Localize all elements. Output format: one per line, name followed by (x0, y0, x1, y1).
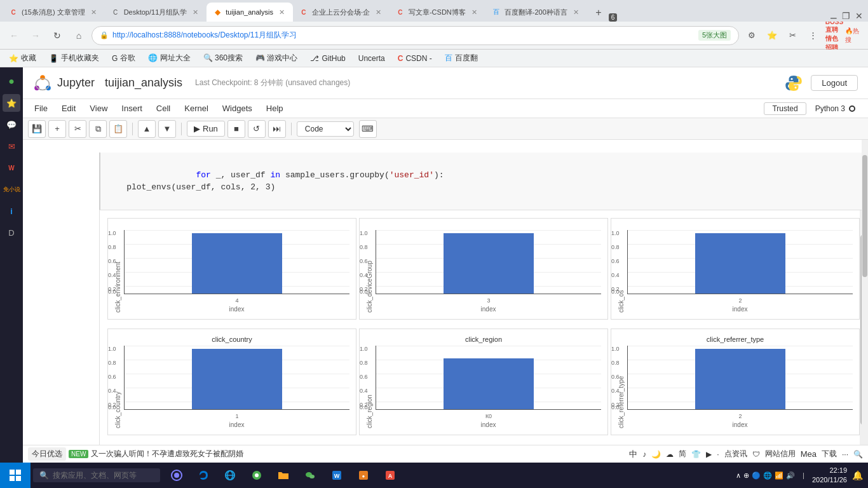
notebook-content[interactable]: for _, user_df in sample_users.groupby('… (23, 140, 868, 445)
move-down-btn[interactable]: ▼ (158, 120, 176, 138)
notif-zhong[interactable]: 中 (629, 449, 637, 460)
notif-point-info[interactable]: 点资讯 (724, 449, 747, 459)
tab-2-close[interactable]: ✕ (191, 8, 200, 17)
close-btn[interactable]: ✕ (855, 11, 863, 21)
ext-boss[interactable]: BOSS直聘情色招聘 (825, 27, 843, 44)
cell-for-loop-content[interactable]: for _, user_df in sample_users.groupby('… (99, 152, 868, 210)
taskbar-search-input[interactable] (53, 471, 154, 480)
menu-help[interactable]: Help (260, 101, 290, 116)
menu-cell[interactable]: Cell (150, 101, 177, 116)
tab-3-close[interactable]: ✕ (277, 8, 287, 17)
bookmark-google[interactable]: G 谷歌 (108, 51, 139, 65)
menu-kernel[interactable]: Kernel (178, 101, 215, 116)
bookmark-star[interactable]: ⭐ (763, 27, 781, 44)
tab-4[interactable]: C 企业上云分会场·企 ✕ (293, 3, 390, 22)
keyboard-btn[interactable]: ⌨ (359, 120, 377, 138)
stop-btn[interactable]: ■ (227, 120, 245, 138)
add-cell-btn[interactable]: + (48, 120, 66, 138)
bookmark-collect[interactable]: ⭐ 收藏 (5, 51, 40, 65)
tab-1[interactable]: C (15条消息) 文章管理 ✕ (3, 3, 105, 22)
menu-file[interactable]: File (28, 101, 54, 116)
menu-insert[interactable]: Insert (115, 101, 149, 116)
home-button[interactable]: ⌂ (70, 27, 88, 44)
extensions-btn[interactable]: ⚙ (743, 27, 761, 44)
bookmark-mobile[interactable]: 📱 手机收藏夹 (45, 51, 103, 65)
bookmark-url-nav[interactable]: 🌐 网址大全 (144, 51, 194, 65)
maximize-btn[interactable]: ❐ (842, 11, 850, 21)
bookmark-github[interactable]: ⎇ GitHub (306, 53, 349, 64)
bookmark-games[interactable]: 🎮 游戏中心 (252, 51, 301, 65)
bookmark-360[interactable]: 🔍 360搜索 (200, 51, 247, 65)
refresh-button[interactable]: ↻ (48, 27, 66, 44)
taskbar-app-ie[interactable] (219, 464, 241, 487)
more-btn[interactable]: ⋮ (804, 27, 822, 44)
sidebar-icon-logo[interactable]: ● (3, 72, 20, 90)
taskbar-search[interactable]: 🔍 (33, 468, 160, 482)
logout-button[interactable]: Logout (811, 75, 858, 91)
run-button[interactable]: ▶ Run (187, 121, 225, 137)
taskbar-app-folder[interactable] (272, 464, 295, 487)
taskbar-app-custom1[interactable]: ● (352, 464, 375, 487)
tab-5-close[interactable]: ✕ (470, 8, 479, 17)
sidebar-icon-weibo[interactable]: W (3, 159, 20, 177)
menu-widgets[interactable]: Widgets (216, 101, 259, 116)
tray-up-arrow[interactable]: ∧ (736, 471, 741, 480)
tab-2[interactable]: C Desktop/11月组队学 ✕ (105, 3, 207, 22)
start-button[interactable] (0, 463, 31, 488)
tab-4-close[interactable]: ✕ (374, 8, 383, 17)
menu-edit[interactable]: Edit (55, 101, 82, 116)
notebook-name[interactable]: tuijian_analysis (105, 76, 182, 90)
taskbar-app-cortana[interactable] (165, 464, 188, 487)
screenshot-btn[interactable]: ✂ (783, 27, 801, 44)
sidebar-icon-chat[interactable]: 💬 (3, 116, 20, 133)
tab-3-jupyter[interactable]: ◆ tuijian_analysis ✕ (207, 3, 293, 22)
notif-moon[interactable]: 🌙 (651, 450, 661, 459)
new-tab-button[interactable]: + (590, 4, 607, 22)
notif-search[interactable]: 🔍 (853, 450, 863, 459)
notif-download[interactable]: 下载 (822, 449, 837, 459)
ext-hot[interactable]: 🔥热搜 (845, 27, 863, 44)
sidebar-icon-star[interactable]: ⭐ (3, 94, 20, 112)
back-button[interactable]: ← (5, 27, 23, 44)
notif-play[interactable]: ▶ (706, 450, 712, 459)
sidebar-icon-d[interactable]: D (3, 224, 20, 241)
tray-volume[interactable]: 🔊 (786, 471, 795, 480)
address-bar[interactable]: 🔒 http://localhost:8888/notebooks/Deskto… (92, 26, 739, 45)
taskbar-time[interactable]: 22:19 2020/11/26 (812, 466, 847, 485)
tab-6-close[interactable]: ✕ (571, 8, 581, 17)
sidebar-icon-i[interactable]: i (3, 202, 20, 220)
notebook-scrollbar[interactable] (862, 140, 868, 445)
minimize-btn[interactable]: ⎽ (831, 10, 837, 22)
copy-btn[interactable]: ⧉ (89, 120, 107, 138)
sidebar-icon-novel[interactable]: 免小说 (3, 180, 20, 198)
menu-view[interactable]: View (83, 101, 114, 116)
paste-btn[interactable]: 📋 (109, 120, 127, 138)
notif-site-credit[interactable]: 网站信用 (765, 449, 796, 459)
tab-5[interactable]: C 写文章-CSDN博客 ✕ (390, 3, 485, 22)
cut-btn[interactable]: ✂ (69, 120, 86, 138)
move-up-btn[interactable]: ▲ (138, 120, 156, 138)
bookmark-uncerta[interactable]: Uncerta (355, 53, 389, 64)
notif-shield[interactable]: 🛡 (752, 450, 760, 459)
cell-type-select[interactable]: Code (297, 121, 354, 137)
restart-btn[interactable]: ↺ (248, 120, 266, 138)
notif-cloud[interactable]: ☁ (666, 450, 674, 459)
taskbar-app-chrome[interactable] (245, 464, 268, 487)
notifications-btn[interactable]: 🔔 (852, 470, 863, 480)
taskbar-app-word[interactable]: W (325, 464, 348, 487)
tab-6[interactable]: 百 百度翻译-200种语言 ✕ (485, 3, 587, 22)
notif-music[interactable]: ♪ (642, 450, 646, 459)
bookmark-baidu-translate[interactable]: 百 百度翻 (441, 51, 482, 65)
sidebar-icon-mail[interactable]: ✉ (3, 137, 20, 155)
taskbar-app-wechat[interactable] (299, 464, 322, 487)
taskbar-app-edge[interactable] (192, 464, 215, 487)
restart-run-btn[interactable]: ⏭ (268, 120, 286, 138)
save-icon-btn[interactable]: 💾 (28, 120, 46, 138)
notif-jian[interactable]: 简 (679, 449, 686, 459)
notif-shirt[interactable]: 👕 (691, 450, 701, 459)
taskbar-app-acrobat[interactable]: A (379, 464, 402, 487)
forward-button[interactable]: → (27, 27, 44, 44)
tray-network[interactable]: 📶 (775, 471, 783, 480)
tab-1-close[interactable]: ✕ (89, 8, 98, 17)
bookmark-csdn[interactable]: C CSDN - (394, 53, 436, 64)
